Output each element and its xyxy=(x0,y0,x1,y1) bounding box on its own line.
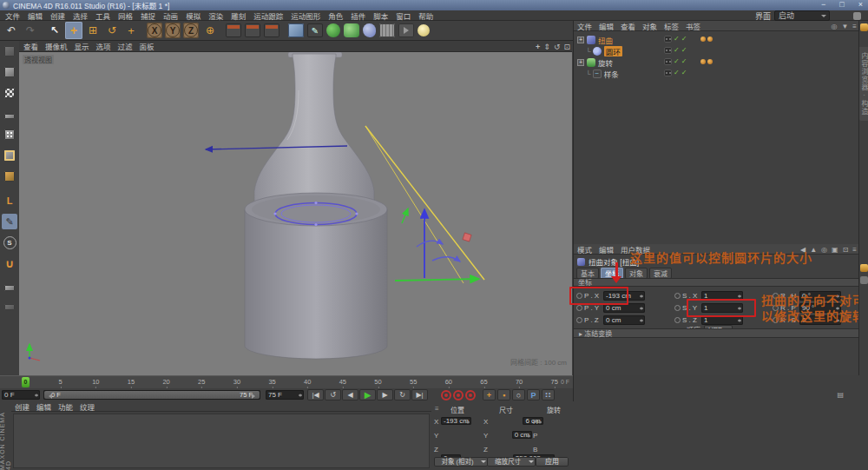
keyframe-dot-icon[interactable] xyxy=(674,293,681,299)
minimize-button[interactable]: − xyxy=(821,0,825,9)
phong-tag-icon[interactable] xyxy=(700,59,706,64)
menu-item[interactable]: 文件 xyxy=(5,10,20,21)
perspective-viewport[interactable]: 查看摄像机显示选项过滤面板 + ⇕ ↺ ⊡ 透视视图 xyxy=(19,41,572,375)
object-row[interactable]: + 扭曲 xyxy=(577,35,613,45)
polygons-mode-button[interactable] xyxy=(2,169,17,184)
expander-icon[interactable]: + xyxy=(577,59,584,66)
move-tool-button[interactable]: + xyxy=(65,22,82,39)
lock-z-axis-button[interactable]: Z xyxy=(183,23,199,38)
coordinate-system-button[interactable]: ⊕ xyxy=(201,22,219,39)
material-list-area[interactable] xyxy=(13,414,430,468)
material-menu-item[interactable]: 纹理 xyxy=(80,401,95,412)
workplane-mode-button[interactable] xyxy=(2,106,17,122)
magnet-snap-button[interactable]: ∪ xyxy=(2,255,17,271)
scale-tool-button[interactable]: ⊞ xyxy=(84,22,102,39)
viewport-menu-item[interactable]: 查看 xyxy=(23,41,38,51)
attribute-menu-item[interactable]: 模式 xyxy=(577,244,592,255)
object-manager-menu-item[interactable]: 标签 xyxy=(664,21,679,31)
current-frame-field[interactable]: 0 F xyxy=(2,390,40,400)
object-row[interactable]: └ 圆环 xyxy=(586,46,622,56)
record-pla-toggle[interactable]: ∷ xyxy=(542,389,555,400)
om-filter-icon[interactable]: ▼ xyxy=(841,23,848,30)
visibility-dots-icon[interactable] xyxy=(664,70,672,76)
menu-item[interactable]: 编辑 xyxy=(28,10,43,21)
last-tool-button[interactable]: + xyxy=(122,22,140,39)
object-manager-menu-item[interactable]: 书签 xyxy=(686,21,700,31)
goto-end-button[interactable]: ▶| xyxy=(411,389,428,400)
pos-y-field[interactable]: 0 cm xyxy=(512,431,532,439)
menu-item[interactable]: 脚本 xyxy=(373,10,388,21)
undo-button[interactable]: ↶ xyxy=(3,22,20,39)
menu-item[interactable]: 帮助 xyxy=(418,10,433,21)
layout-select[interactable]: 启动 xyxy=(774,10,830,21)
visibility-dots-icon[interactable] xyxy=(664,47,672,54)
lock-y-axis-button[interactable]: Y xyxy=(165,23,181,38)
menu-item[interactable]: 运动图形 xyxy=(291,10,320,21)
render-region-button[interactable] xyxy=(245,23,260,37)
menu-item[interactable]: 工具 xyxy=(95,10,110,21)
object-name[interactable]: 扭曲 xyxy=(598,35,613,45)
material-menu-item[interactable]: 创建 xyxy=(15,401,30,412)
record-scale-toggle[interactable]: ▪ xyxy=(497,389,510,400)
viewport-toggle-icon[interactable]: ⊡ xyxy=(563,43,570,51)
timeline-playhead[interactable]: 0 xyxy=(22,377,30,387)
enable-check-icon[interactable]: ✓ xyxy=(674,46,680,54)
object-name[interactable]: 样条 xyxy=(604,69,619,79)
workplane-snap-button[interactable] xyxy=(2,299,17,314)
menu-item[interactable]: 窗口 xyxy=(396,10,411,21)
record-parameter-toggle[interactable]: P xyxy=(527,389,540,400)
record-position-toggle[interactable]: + xyxy=(483,389,496,400)
rotate-tool-button[interactable]: ↺ xyxy=(103,22,121,39)
viewport-pan-icon[interactable]: + xyxy=(536,43,540,51)
pz-field[interactable]: 0 cm xyxy=(603,315,645,325)
dock-tab-icon[interactable] xyxy=(860,264,868,272)
viewport-tweak-button[interactable]: ✎ xyxy=(2,214,17,229)
layout-icon[interactable] xyxy=(853,12,861,20)
light-button[interactable] xyxy=(418,24,430,36)
viewport-menu-item[interactable]: 过滤 xyxy=(118,41,133,51)
visibility-dots-icon[interactable] xyxy=(664,58,672,65)
visibility-dots-icon[interactable] xyxy=(664,36,672,43)
workplane-lock-button[interactable] xyxy=(2,280,17,295)
add-cube-button[interactable] xyxy=(288,23,304,37)
keyframe-panel-icon[interactable]: ▤ xyxy=(837,391,844,399)
object-manager-menu-item[interactable]: 查看 xyxy=(621,21,635,31)
object-row[interactable]: └ ~ 样条 xyxy=(586,69,619,79)
enable-check-icon[interactable]: ✓ xyxy=(681,46,687,54)
close-button[interactable]: × xyxy=(858,0,863,9)
live-selection-button[interactable]: ↖ xyxy=(46,22,63,39)
am-lock-icon[interactable]: ▣ xyxy=(832,246,838,254)
pos-x-field[interactable]: -193 cm xyxy=(441,417,471,425)
points-mode-button[interactable] xyxy=(2,127,17,142)
viewport-rotate-icon[interactable]: ↺ xyxy=(554,43,561,51)
record-keyframe-button[interactable] xyxy=(441,390,451,400)
dock-tab-icon[interactable] xyxy=(860,23,868,31)
material-menu-item[interactable]: 编辑 xyxy=(36,401,51,412)
om-search-icon[interactable]: ◎ xyxy=(831,23,837,30)
keyframe-dot-icon[interactable] xyxy=(576,317,582,323)
menu-item[interactable]: 网格 xyxy=(118,10,133,21)
menu-item[interactable]: 渲染 xyxy=(208,10,223,21)
am-list-icon[interactable]: ≡ xyxy=(852,246,857,254)
keyframe-dot-icon[interactable] xyxy=(674,305,681,311)
object-row[interactable]: + 旋转 xyxy=(577,57,613,68)
viewport-menu-item[interactable]: 显示 xyxy=(75,41,89,51)
om-list-icon[interactable]: ≡ xyxy=(852,23,857,30)
enable-check-icon[interactable]: ✓ xyxy=(674,69,680,76)
enable-axis-button[interactable]: L xyxy=(2,193,17,209)
enable-check-icon[interactable]: ✓ xyxy=(681,57,687,65)
snap-button[interactable]: S xyxy=(2,235,17,250)
material-menu-item[interactable]: 功能 xyxy=(58,401,73,412)
subdivision-surface-button[interactable] xyxy=(326,23,340,37)
lock-x-axis-button[interactable]: X xyxy=(147,23,162,38)
deformer-button[interactable] xyxy=(363,23,376,37)
keyframe-dot-icon[interactable] xyxy=(576,305,582,311)
object-name[interactable]: 圆环 xyxy=(604,46,622,56)
enable-check-icon[interactable]: ✓ xyxy=(681,35,687,43)
menu-item[interactable]: 选择 xyxy=(73,10,88,21)
dock-tab-icon[interactable] xyxy=(860,276,868,284)
menu-item[interactable]: 创建 xyxy=(50,10,65,21)
previous-frame-button[interactable]: ◀ xyxy=(342,389,358,400)
goto-previous-key-button[interactable]: ↺ xyxy=(325,389,341,400)
object-name[interactable]: 旋转 xyxy=(598,57,613,68)
